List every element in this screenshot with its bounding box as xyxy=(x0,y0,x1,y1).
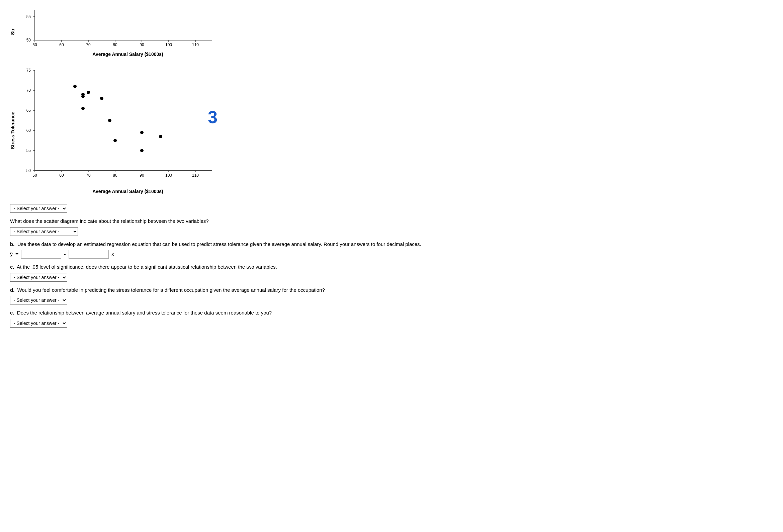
svg-text:90: 90 xyxy=(139,42,144,47)
part-e-text: e. Does the relationship between average… xyxy=(10,309,773,317)
svg-text:80: 80 xyxy=(113,173,118,178)
part-c-description: At the .05 level of significance, does t… xyxy=(17,264,277,270)
select-d[interactable]: - Select your answer - Yes No xyxy=(10,296,67,305)
data-point xyxy=(87,91,90,94)
slope-input[interactable] xyxy=(69,250,109,259)
select-c[interactable]: - Select your answer - Yes No xyxy=(10,273,67,282)
svg-text:50: 50 xyxy=(26,168,31,173)
scatter-question-text: What does the scatter diagram indicate a… xyxy=(10,218,773,225)
data-point xyxy=(108,119,112,122)
x-axis-label-bottom: Average Annual Salary ($1000s) xyxy=(18,189,238,194)
svg-text:50: 50 xyxy=(32,42,37,47)
part-e-description: Does the relationship between average an… xyxy=(17,310,272,315)
intercept-input[interactable] xyxy=(21,250,61,259)
select-scatter[interactable]: - Select your answer - Positive linear r… xyxy=(10,227,78,236)
svg-text:110: 110 xyxy=(192,42,199,47)
y-axis-label-top: Str xyxy=(10,28,15,35)
data-point xyxy=(81,95,85,98)
section-scatter-question: What does the scatter diagram indicate a… xyxy=(10,218,773,236)
data-point xyxy=(159,135,162,138)
svg-text:110: 110 xyxy=(192,173,199,178)
svg-text:60: 60 xyxy=(59,173,64,178)
svg-text:65: 65 xyxy=(26,108,31,113)
section-b: b. Use these data to develop an estimate… xyxy=(10,241,773,259)
svg-text:90: 90 xyxy=(139,173,144,178)
question-number: 3 xyxy=(208,107,218,127)
data-point xyxy=(114,139,117,142)
svg-text:55: 55 xyxy=(26,14,31,19)
part-d-text: d. Would you feel comfortable in predict… xyxy=(10,286,773,294)
svg-text:60: 60 xyxy=(59,42,64,47)
data-point xyxy=(73,85,76,88)
x-axis-label-top: Average Annual Salary ($1000s) xyxy=(18,52,238,57)
minus-label: - xyxy=(64,251,66,257)
section-c: c. At the .05 level of significance, doe… xyxy=(10,263,773,282)
svg-text:75: 75 xyxy=(26,68,31,72)
label-c: c. xyxy=(10,264,14,270)
svg-text:55: 55 xyxy=(26,148,31,153)
svg-text:100: 100 xyxy=(165,42,172,47)
equation-row: ŷ = - x xyxy=(10,250,773,259)
scatter-chart-top: 55 50 50 60 70 80 90 100 110 xyxy=(18,7,219,50)
part-b-text: b. Use these data to develop an estimate… xyxy=(10,241,773,248)
svg-text:70: 70 xyxy=(26,88,31,93)
svg-text:80: 80 xyxy=(113,42,118,47)
label-b: b. xyxy=(10,241,14,247)
chart-bottom-container: Stress Tolerance 75 70 65 60 55 50 xyxy=(10,67,238,194)
svg-text:70: 70 xyxy=(86,173,91,178)
part-d-description: Would you feel comfortable in predicting… xyxy=(18,287,325,293)
svg-text:50: 50 xyxy=(32,173,37,178)
data-point xyxy=(140,131,144,134)
x-label: x xyxy=(112,251,114,257)
equals-label: = xyxy=(15,251,19,257)
section-a-top: - Select your answer - Yes No xyxy=(10,204,773,213)
label-d: d. xyxy=(10,287,14,293)
part-b-description: Use these data to develop an estimated r… xyxy=(18,241,421,247)
data-point xyxy=(140,149,144,152)
scatter-chart-bottom: 75 70 65 60 55 50 50 60 70 80 xyxy=(18,67,219,187)
section-d: d. Would you feel comfortable in predict… xyxy=(10,286,773,305)
y-axis-label-bottom: Stress Tolerance xyxy=(10,112,15,149)
svg-text:100: 100 xyxy=(165,173,172,178)
svg-text:70: 70 xyxy=(86,42,91,47)
data-point xyxy=(100,97,103,100)
data-point xyxy=(81,107,85,110)
svg-text:60: 60 xyxy=(26,128,31,133)
chart-top-container: Str 55 50 50 60 70 80 90 xyxy=(10,7,238,57)
label-e: e. xyxy=(10,310,14,315)
yhat-label: ŷ xyxy=(10,251,13,257)
svg-text:50: 50 xyxy=(26,38,31,42)
section-e: e. Does the relationship between average… xyxy=(10,309,773,327)
select-a-top[interactable]: - Select your answer - Yes No xyxy=(10,204,67,213)
part-c-text: c. At the .05 level of significance, doe… xyxy=(10,263,773,271)
select-e[interactable]: - Select your answer - Yes No xyxy=(10,319,67,327)
